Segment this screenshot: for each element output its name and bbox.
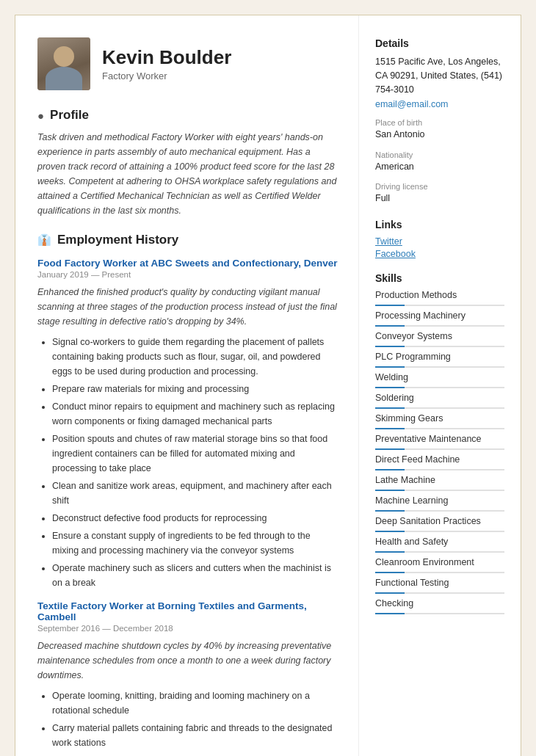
skill-item: Health and Safety bbox=[375, 537, 504, 553]
header-info: Kevin Boulder Factory Worker bbox=[102, 46, 231, 81]
nationality-value: American bbox=[375, 161, 504, 174]
employment-icon: 👔 bbox=[37, 233, 51, 247]
left-column: Kevin Boulder Factory Worker ● Profile T… bbox=[15, 15, 359, 756]
candidate-name: Kevin Boulder bbox=[102, 46, 231, 69]
job-2-title: Textile Factory Worker at Borning Textil… bbox=[37, 600, 338, 622]
skill-item: Cleanroom Environment bbox=[375, 557, 504, 573]
skill-item: Direct Feed Machine bbox=[375, 454, 504, 470]
skill-item: Checking bbox=[375, 598, 504, 614]
profile-icon: ● bbox=[37, 109, 44, 122]
profile-text: Task driven and methodical Factory Worke… bbox=[37, 130, 338, 218]
skill-item: Conveyor Systems bbox=[375, 331, 504, 347]
right-column: Details 1515 Pacific Ave, Los Angeles, C… bbox=[359, 15, 521, 756]
avatar bbox=[37, 37, 90, 90]
list-item: Conduct minor repairs to equipment and m… bbox=[52, 399, 338, 429]
skill-item: Welding bbox=[375, 372, 504, 388]
job-2-dates: September 2016 — December 2018 bbox=[37, 624, 338, 633]
skill-item: Skimming Gears bbox=[375, 413, 504, 429]
list-item: Clean and sanitize work areas, equipment… bbox=[52, 479, 338, 508]
job-1-dates: January 2019 — Present bbox=[37, 270, 338, 279]
list-item: Position spouts and chutes of raw materi… bbox=[52, 432, 338, 476]
job-2-bullets: Operate looming, knitting, braiding and … bbox=[37, 688, 338, 756]
place-of-birth-label: Place of birth bbox=[375, 118, 504, 127]
skills-list: Production MethodsProcessing MachineryCo… bbox=[375, 290, 504, 614]
list-item: Deconstruct defective food products for … bbox=[52, 511, 338, 526]
job-1-title: Food Factory Worker at ABC Sweets and Co… bbox=[37, 258, 338, 269]
list-item: Fetch tools such as needle threaders, sc… bbox=[52, 753, 338, 756]
resume-header: Kevin Boulder Factory Worker bbox=[37, 37, 338, 90]
place-of-birth-value: San Antonio bbox=[375, 128, 504, 142]
skill-item: Preventative Maintenance bbox=[375, 434, 504, 450]
skill-item: PLC Programming bbox=[375, 352, 504, 368]
skill-item: Processing Machinery bbox=[375, 310, 504, 327]
list-item: Ensure a constant supply of ingredients … bbox=[52, 528, 338, 558]
skill-item: Lathe Machine bbox=[375, 475, 504, 491]
skill-item: Machine Learning bbox=[375, 495, 504, 512]
detail-address: 1515 Pacific Ave, Los Angeles, CA 90291,… bbox=[375, 55, 504, 96]
profile-section-title: ● Profile bbox=[37, 108, 338, 123]
job-1-bullets: Signal co-workers to guide them regardin… bbox=[37, 335, 338, 590]
facebook-link[interactable]: Facebook bbox=[375, 249, 504, 259]
details-section-title: Details bbox=[375, 37, 504, 49]
twitter-link[interactable]: Twitter bbox=[375, 236, 504, 247]
employment-section-title: 👔 Employment History bbox=[37, 233, 338, 247]
driving-license-label: Driving license bbox=[375, 182, 504, 191]
resume-container: Kevin Boulder Factory Worker ● Profile T… bbox=[15, 15, 521, 756]
candidate-title: Factory Worker bbox=[102, 70, 231, 81]
list-item: Prepare raw materials for mixing and pro… bbox=[52, 382, 338, 396]
links-section-title: Links bbox=[375, 219, 504, 230]
skills-section-title: Skills bbox=[375, 272, 504, 284]
list-item: Operate machinery such as slicers and cu… bbox=[52, 561, 338, 590]
skill-item: Production Methods bbox=[375, 290, 504, 306]
job-2-desc: Decreased machine shutdown cycles by 40%… bbox=[37, 639, 338, 683]
skill-item: Functional Testing bbox=[375, 578, 504, 594]
nationality-label: Nationality bbox=[375, 150, 504, 159]
list-item: Operate looming, knitting, braiding and … bbox=[52, 688, 338, 718]
job-1-desc: Enhanced the finished product's quality … bbox=[37, 285, 338, 329]
skill-item: Soldering bbox=[375, 393, 504, 409]
driving-license-value: Full bbox=[375, 192, 504, 206]
list-item: Signal co-workers to guide them regardin… bbox=[52, 335, 338, 379]
skill-item: Deep Sanitation Practices bbox=[375, 516, 504, 532]
detail-email: email@email.com bbox=[375, 99, 504, 109]
list-item: Carry material pallets containing fabric… bbox=[52, 721, 338, 750]
